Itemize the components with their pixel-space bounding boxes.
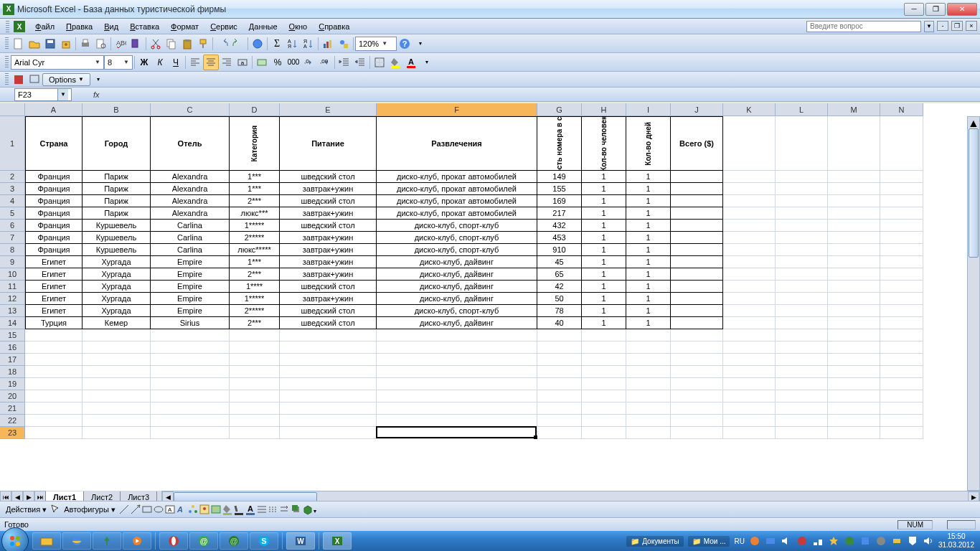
opera-taskbar-icon[interactable]: [159, 532, 188, 550]
data-cell[interactable]: 45: [537, 256, 582, 268]
autosum-icon[interactable]: Σ: [269, 36, 285, 52]
empty-cell[interactable]: [537, 329, 582, 342]
data-cell[interactable]: [723, 317, 776, 329]
empty-cell[interactable]: [626, 427, 671, 439]
empty-cell[interactable]: [151, 390, 230, 402]
menu-файл[interactable]: Файл: [29, 21, 60, 32]
tray-icon[interactable]: [844, 535, 855, 547]
undo-icon[interactable]: [215, 36, 230, 52]
data-cell[interactable]: [828, 268, 880, 281]
empty-cell[interactable]: [582, 427, 626, 439]
icq-taskbar-icon[interactable]: @: [220, 532, 248, 550]
data-cell[interactable]: диско-клуб, прокат автомобилей: [377, 207, 537, 220]
empty-cell[interactable]: [280, 390, 377, 402]
data-cell[interactable]: Хургада: [83, 256, 151, 268]
data-cell[interactable]: [776, 281, 828, 293]
header-cell[interactable]: [776, 116, 828, 171]
data-cell[interactable]: 1***: [230, 171, 280, 183]
empty-cell[interactable]: [723, 427, 776, 439]
data-cell[interactable]: [828, 207, 880, 220]
data-cell[interactable]: 1: [582, 317, 626, 329]
data-cell[interactable]: [828, 244, 880, 256]
row-header[interactable]: 21: [0, 402, 25, 415]
row-header[interactable]: 12: [0, 293, 25, 305]
autoshapes-menu[interactable]: Автофигуры ▾: [61, 505, 118, 514]
data-cell[interactable]: Франция: [25, 195, 83, 207]
row-header[interactable]: 20: [0, 390, 25, 402]
empty-cell[interactable]: [537, 366, 582, 378]
empty-cell[interactable]: [230, 402, 280, 415]
header-cell[interactable]: Всего ($): [671, 116, 723, 171]
empty-cell[interactable]: [230, 354, 280, 366]
empty-cell[interactable]: [280, 329, 377, 342]
data-cell[interactable]: 2***: [230, 195, 280, 207]
empty-cell[interactable]: [626, 390, 671, 402]
data-cell[interactable]: [828, 195, 880, 207]
data-cell[interactable]: 1*****: [230, 220, 280, 232]
empty-cell[interactable]: [776, 366, 828, 378]
column-header[interactable]: J: [671, 103, 723, 116]
data-cell[interactable]: 1: [582, 232, 626, 244]
empty-cell[interactable]: [582, 342, 626, 354]
data-cell[interactable]: Турция: [25, 317, 83, 329]
data-cell[interactable]: диско-клуб, дайвинг: [377, 293, 537, 305]
underline-icon[interactable]: Ч: [168, 55, 184, 70]
data-cell[interactable]: завтрак+ужин: [280, 183, 377, 195]
drawing-toolbar-icon[interactable]: [336, 36, 352, 52]
header-cell[interactable]: Развлечения: [377, 116, 537, 171]
drawing-actions-menu[interactable]: Действия ▾: [3, 505, 50, 514]
vertical-scrollbar[interactable]: ▲ ▼: [967, 116, 980, 491]
empty-cell[interactable]: [25, 390, 83, 402]
data-cell[interactable]: диско-клуб, спорт-клуб: [377, 244, 537, 256]
data-cell[interactable]: Франция: [25, 207, 83, 220]
spellcheck-icon[interactable]: ABC: [113, 36, 128, 52]
tray-icon[interactable]: [859, 535, 871, 547]
column-header[interactable]: F: [377, 103, 537, 116]
empty-cell[interactable]: [83, 366, 151, 378]
data-cell[interactable]: 149: [537, 171, 582, 183]
data-cell[interactable]: Alexandra: [151, 207, 230, 220]
line-color-icon[interactable]: [233, 504, 245, 515]
data-cell[interactable]: [671, 256, 723, 268]
data-cell[interactable]: Франция: [25, 220, 83, 232]
data-cell[interactable]: 2*****: [230, 305, 280, 317]
data-cell[interactable]: диско-клуб, прокат автомобилей: [377, 183, 537, 195]
doc-minimize-button[interactable]: -: [937, 21, 948, 31]
language-indicator[interactable]: RU: [734, 537, 744, 545]
empty-cell[interactable]: [776, 390, 828, 402]
data-cell[interactable]: [828, 232, 880, 244]
data-cell[interactable]: [880, 171, 923, 183]
empty-cell[interactable]: [582, 390, 626, 402]
data-cell[interactable]: [671, 183, 723, 195]
data-cell[interactable]: [828, 281, 880, 293]
data-cell[interactable]: 1: [626, 256, 671, 268]
empty-cell[interactable]: [151, 342, 230, 354]
data-cell[interactable]: 1*****: [230, 293, 280, 305]
data-cell[interactable]: Куршевель: [83, 220, 151, 232]
dash-style-icon[interactable]: [268, 504, 279, 515]
data-cell[interactable]: 1: [626, 305, 671, 317]
bold-icon[interactable]: Ж: [136, 55, 152, 70]
skype-taskbar-icon[interactable]: S: [250, 532, 278, 550]
data-cell[interactable]: 1: [626, 244, 671, 256]
data-cell[interactable]: [880, 305, 923, 317]
data-cell[interactable]: завтрак+ужин: [280, 232, 377, 244]
align-center-icon[interactable]: [203, 55, 219, 70]
save-icon[interactable]: [42, 36, 58, 52]
empty-cell[interactable]: [151, 427, 230, 439]
align-left-icon[interactable]: [187, 55, 203, 70]
column-header[interactable]: B: [83, 103, 151, 116]
data-cell[interactable]: Кемер: [83, 317, 151, 329]
row-header[interactable]: 4: [0, 195, 25, 207]
minimize-button[interactable]: ─: [904, 3, 924, 16]
data-cell[interactable]: 217: [537, 207, 582, 220]
copy-icon[interactable]: [164, 36, 179, 52]
borders-icon[interactable]: [372, 55, 387, 70]
data-cell[interactable]: [880, 268, 923, 281]
data-cell[interactable]: Франция: [25, 232, 83, 244]
data-cell[interactable]: [880, 183, 923, 195]
header-cell[interactable]: [828, 116, 880, 171]
data-cell[interactable]: Париж: [83, 195, 151, 207]
empty-cell[interactable]: [230, 342, 280, 354]
data-cell[interactable]: [776, 268, 828, 281]
